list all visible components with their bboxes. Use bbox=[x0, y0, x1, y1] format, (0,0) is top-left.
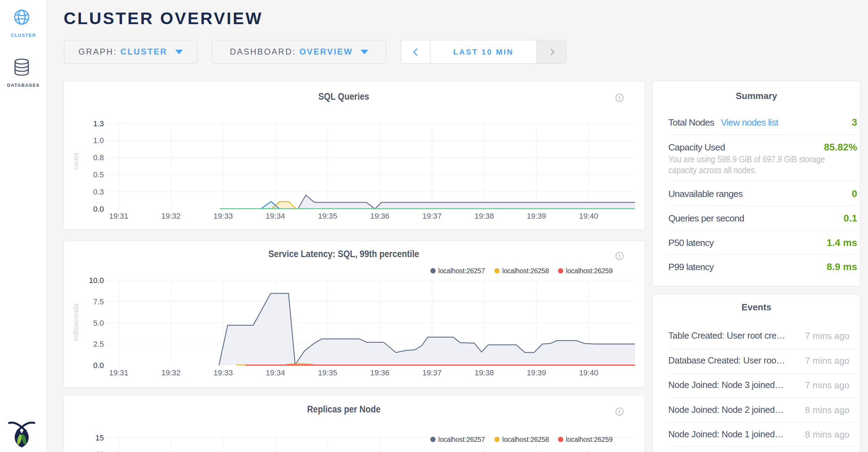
svg-text:localhost:26259: localhost:26259 bbox=[566, 436, 613, 443]
svg-text:19:32: 19:32 bbox=[161, 212, 180, 220]
svg-text:19:33: 19:33 bbox=[214, 212, 233, 220]
svg-text:0.0: 0.0 bbox=[93, 361, 104, 370]
svg-text:19:31: 19:31 bbox=[109, 212, 128, 220]
svg-text:19:40: 19:40 bbox=[579, 368, 598, 377]
svg-text:1.3: 1.3 bbox=[93, 119, 104, 128]
svg-text:19:39: 19:39 bbox=[527, 368, 546, 377]
svg-text:7.5: 7.5 bbox=[93, 297, 104, 306]
svg-text:10: 10 bbox=[95, 450, 104, 452]
svg-text:0.5: 0.5 bbox=[93, 170, 104, 179]
svg-text:19:37: 19:37 bbox=[422, 368, 442, 377]
svg-text:19:32: 19:32 bbox=[161, 368, 180, 377]
svg-text:2.5: 2.5 bbox=[93, 340, 104, 348]
svg-text:localhost:26257: localhost:26257 bbox=[438, 436, 485, 443]
svg-text:19:38: 19:38 bbox=[475, 368, 494, 377]
svg-text:19:36: 19:36 bbox=[370, 368, 389, 377]
svg-text:19:40: 19:40 bbox=[579, 212, 598, 220]
svg-text:19:39: 19:39 bbox=[527, 212, 546, 220]
svg-text:19:33: 19:33 bbox=[214, 368, 233, 377]
svg-text:localhost:26258: localhost:26258 bbox=[502, 267, 549, 275]
svg-text:localhost:26257: localhost:26257 bbox=[438, 267, 485, 275]
svg-text:19:35: 19:35 bbox=[318, 212, 337, 220]
svg-text:19:36: 19:36 bbox=[370, 212, 389, 220]
svg-text:0.0: 0.0 bbox=[93, 205, 104, 213]
svg-text:milliseconds: milliseconds bbox=[72, 304, 80, 342]
svg-text:localhost:26258: localhost:26258 bbox=[502, 436, 549, 443]
svg-text:19:34: 19:34 bbox=[266, 368, 285, 377]
svg-text:19:31: 19:31 bbox=[109, 368, 128, 377]
svg-text:1.0: 1.0 bbox=[93, 136, 104, 145]
svg-text:19:34: 19:34 bbox=[266, 212, 285, 220]
svg-text:0.3: 0.3 bbox=[93, 188, 104, 196]
svg-text:count: count bbox=[72, 153, 80, 170]
svg-text:localhost:26259: localhost:26259 bbox=[566, 267, 613, 275]
svg-text:0.8: 0.8 bbox=[93, 153, 104, 162]
svg-text:5.0: 5.0 bbox=[93, 319, 104, 327]
svg-text:19:35: 19:35 bbox=[318, 368, 337, 377]
svg-text:19:37: 19:37 bbox=[422, 212, 442, 220]
svg-text:10.0: 10.0 bbox=[89, 276, 104, 285]
svg-text:15: 15 bbox=[95, 433, 104, 442]
svg-text:19:38: 19:38 bbox=[475, 212, 494, 220]
